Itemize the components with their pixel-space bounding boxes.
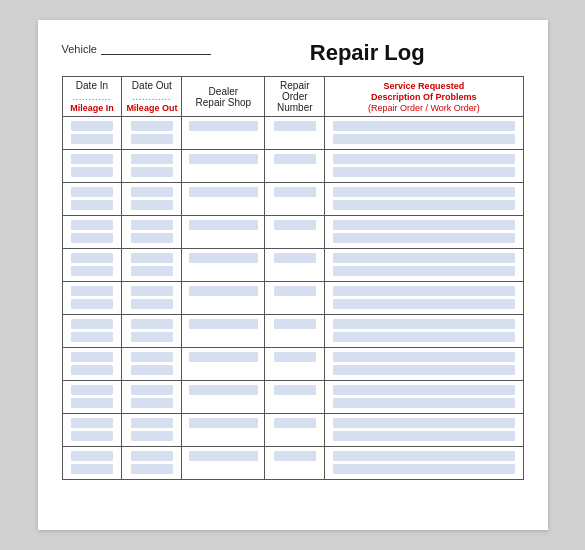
mileage-in-field[interactable] [71,398,113,408]
dealer-field[interactable] [189,121,257,131]
service-field-1[interactable] [333,187,515,197]
dealer-field[interactable] [189,418,257,428]
mileage-in-field[interactable] [71,134,113,144]
date-out-field[interactable] [131,352,173,362]
service-field-2[interactable] [333,299,515,309]
repair-order-field[interactable] [274,187,316,197]
date-out-field[interactable] [131,319,173,329]
date-out-field[interactable] [131,418,173,428]
mileage-out-field[interactable] [131,464,173,474]
date-out-field[interactable] [131,220,173,230]
cell-date-in [62,183,122,216]
cell-service [325,381,523,414]
cell-service [325,315,523,348]
date-in-field[interactable] [71,385,113,395]
service-field-2[interactable] [333,233,515,243]
mileage-in-field[interactable] [71,365,113,375]
mileage-out-field[interactable] [131,167,173,177]
mileage-out-field[interactable] [131,200,173,210]
mileage-in-field[interactable] [71,200,113,210]
mileage-out-field[interactable] [131,233,173,243]
repair-order-field[interactable] [274,319,316,329]
date-in-field[interactable] [71,286,113,296]
dealer-field[interactable] [189,253,257,263]
service-field-1[interactable] [333,385,515,395]
dealer-field[interactable] [189,385,257,395]
service-field-2[interactable] [333,365,515,375]
vehicle-field: Vehicle [62,40,211,55]
service-field-2[interactable] [333,134,515,144]
mileage-in-field[interactable] [71,233,113,243]
repair-order-field[interactable] [274,352,316,362]
dealer-field[interactable] [189,154,257,164]
mileage-in-field[interactable] [71,266,113,276]
date-in-field[interactable] [71,253,113,263]
cell-date-in [62,348,122,381]
service-field-2[interactable] [333,398,515,408]
date-in-field[interactable] [71,319,113,329]
service-field-1[interactable] [333,352,515,362]
date-in-field[interactable] [71,187,113,197]
dealer-field[interactable] [189,319,257,329]
cell-repair-order [265,183,325,216]
service-field-2[interactable] [333,200,515,210]
repair-order-field[interactable] [274,451,316,461]
repair-order-field[interactable] [274,418,316,428]
table-row [62,447,523,480]
date-out-field[interactable] [131,121,173,131]
service-field-1[interactable] [333,154,515,164]
mileage-in-field[interactable] [71,332,113,342]
date-in-field[interactable] [71,154,113,164]
cell-date-in [62,447,122,480]
date-out-field[interactable] [131,253,173,263]
service-field-2[interactable] [333,332,515,342]
service-field-1[interactable] [333,121,515,131]
date-out-field[interactable] [131,286,173,296]
date-in-field[interactable] [71,121,113,131]
date-in-field[interactable] [71,220,113,230]
mileage-out-field[interactable] [131,365,173,375]
dealer-field[interactable] [189,451,257,461]
date-out-field[interactable] [131,154,173,164]
service-field-1[interactable] [333,319,515,329]
mileage-in-field[interactable] [71,464,113,474]
repair-order-field[interactable] [274,220,316,230]
mileage-out-field[interactable] [131,134,173,144]
col-header-service: Service Requested Description Of Problem… [325,77,523,117]
date-out-field[interactable] [131,385,173,395]
date-out-field[interactable] [131,451,173,461]
date-out-field[interactable] [131,187,173,197]
table-row [62,216,523,249]
repair-order-field[interactable] [274,154,316,164]
mileage-out-field[interactable] [131,299,173,309]
service-field-1[interactable] [333,451,515,461]
date-in-field[interactable] [71,352,113,362]
date-in-field[interactable] [71,451,113,461]
dealer-field[interactable] [189,352,257,362]
repair-order-field[interactable] [274,121,316,131]
service-field-2[interactable] [333,464,515,474]
mileage-out-field[interactable] [131,332,173,342]
mileage-out-field[interactable] [131,266,173,276]
date-in-field[interactable] [71,418,113,428]
mileage-in-field[interactable] [71,167,113,177]
repair-order-field[interactable] [274,385,316,395]
service-field-2[interactable] [333,167,515,177]
service-field-2[interactable] [333,266,515,276]
service-field-1[interactable] [333,418,515,428]
service-field-2[interactable] [333,431,515,441]
mileage-out-field[interactable] [131,431,173,441]
repair-order-field[interactable] [274,253,316,263]
dealer-field[interactable] [189,286,257,296]
cell-repair-order [265,447,325,480]
dealer-field[interactable] [189,220,257,230]
mileage-in-field[interactable] [71,431,113,441]
cell-date-out [122,150,182,183]
mileage-in-field[interactable] [71,299,113,309]
service-field-1[interactable] [333,286,515,296]
mileage-out-field[interactable] [131,398,173,408]
service-field-1[interactable] [333,220,515,230]
repair-order-field[interactable] [274,286,316,296]
dealer-field[interactable] [189,187,257,197]
service-field-1[interactable] [333,253,515,263]
